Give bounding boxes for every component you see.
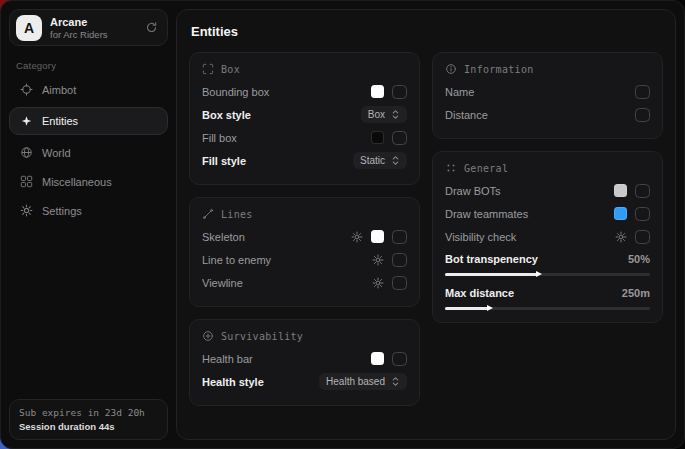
skeleton-color-swatch[interactable] [371, 230, 384, 243]
lines-section: Lines Skeleton Line to enem [189, 197, 420, 307]
visibility-check-checkbox[interactable] [635, 230, 650, 244]
section-title: Information [464, 64, 534, 75]
survivability-section-header: Survivability [202, 330, 407, 342]
slider-thumb[interactable] [536, 271, 542, 277]
brand-logo: A [16, 15, 42, 41]
line-to-enemy-checkbox[interactable] [392, 253, 407, 267]
box-corners-icon [202, 63, 214, 75]
skeleton-settings-gear-icon[interactable] [351, 231, 363, 243]
distance-label: Distance [445, 109, 635, 121]
brand-name: Arcane [50, 16, 108, 28]
dots-grid-icon [445, 162, 457, 174]
bot-transparency-slider[interactable] [445, 273, 650, 276]
refresh-icon[interactable] [145, 21, 158, 34]
bot-transparency-group: Bot transpenency 50% [445, 249, 650, 276]
box-section: Box Bounding box Box style Box [189, 52, 420, 185]
name-row: Name [445, 80, 650, 103]
viewline-checkbox[interactable] [392, 276, 407, 290]
lines-section-header: Lines [202, 208, 407, 220]
name-label: Name [445, 86, 635, 98]
unfold-icon [391, 109, 400, 120]
section-title: General [464, 163, 508, 174]
main-panel: Entities Box Bounding box [176, 9, 676, 440]
session-duration-text: Session duration 44s [19, 421, 158, 432]
max-distance-label: Max distance [445, 287, 622, 299]
section-title: Lines [221, 209, 253, 220]
bounding-box-checkbox[interactable] [392, 85, 407, 99]
skeleton-label: Skeleton [202, 231, 351, 243]
general-section-header: General [445, 162, 650, 174]
distance-checkbox[interactable] [635, 108, 650, 122]
line-to-enemy-settings-gear-icon[interactable] [372, 254, 384, 266]
category-label: Category [16, 60, 161, 71]
bot-transparency-label: Bot transpenency [445, 253, 628, 265]
sidebar-item-label: Settings [42, 205, 82, 217]
sparkle-icon [20, 115, 33, 128]
max-distance-value: 250m [622, 287, 650, 299]
line-tool-icon [202, 208, 214, 220]
bot-transparency-value: 50% [628, 253, 650, 265]
draw-teammates-color-swatch[interactable] [614, 207, 627, 220]
box-style-select[interactable]: Box [361, 106, 407, 123]
sidebar-item-world[interactable]: World [9, 139, 168, 166]
fill-box-checkbox[interactable] [392, 131, 407, 145]
skeleton-row: Skeleton [202, 225, 407, 248]
viewline-row: Viewline [202, 271, 407, 294]
sub-expiry-text: Sub expires in 23d 20h [19, 407, 158, 418]
left-column: Box Bounding box Box style Box [189, 52, 420, 418]
general-section: General Draw BOTs Draw teammates [432, 151, 663, 323]
information-section-header: Information [445, 63, 650, 75]
survivability-section: Survivability Health bar Health style He… [189, 319, 420, 406]
draw-bots-checkbox[interactable] [635, 184, 650, 198]
gear-icon [20, 204, 33, 217]
draw-bots-color-swatch[interactable] [614, 184, 627, 197]
line-to-enemy-label: Line to enemy [202, 254, 372, 266]
globe-icon [20, 146, 33, 159]
fill-style-label: Fill style [202, 155, 353, 167]
max-distance-slider[interactable] [445, 307, 650, 310]
health-style-select[interactable]: Health based [319, 373, 407, 390]
draw-teammates-checkbox[interactable] [635, 207, 650, 221]
draw-bots-label: Draw BOTs [445, 185, 614, 197]
slider-thumb[interactable] [487, 305, 493, 311]
fill-style-value: Static [360, 155, 385, 166]
health-bar-checkbox[interactable] [392, 352, 407, 366]
health-bar-label: Health bar [202, 353, 371, 365]
fill-box-color-swatch[interactable] [371, 131, 384, 144]
right-column: Information Name Distance [432, 52, 663, 335]
draw-bots-row: Draw BOTs [445, 179, 650, 202]
name-checkbox[interactable] [635, 85, 650, 99]
sidebar-nav: Aimbot Entities World Miscellaneous [9, 75, 168, 225]
box-style-label: Box style [202, 109, 361, 121]
brand-text: Arcane for Arc Riders [50, 16, 108, 40]
box-section-header: Box [202, 63, 407, 75]
fill-style-select[interactable]: Static [353, 152, 407, 169]
sidebar-item-entities[interactable]: Entities [9, 107, 168, 135]
viewline-settings-gear-icon[interactable] [372, 277, 384, 289]
section-title: Box [221, 64, 240, 75]
health-style-value: Health based [326, 376, 385, 387]
skeleton-checkbox[interactable] [392, 230, 407, 244]
sidebar-item-aimbot[interactable]: Aimbot [9, 76, 168, 103]
visibility-check-settings-gear-icon[interactable] [615, 231, 627, 243]
line-to-enemy-row: Line to enemy [202, 248, 407, 271]
health-style-row: Health style Health based [202, 370, 407, 393]
visibility-check-label: Visibility check [445, 231, 615, 243]
health-bar-color-swatch[interactable] [371, 352, 384, 365]
visibility-check-row: Visibility check [445, 225, 650, 248]
sidebar: A Arcane for Arc Riders Category Aimbot [1, 1, 176, 448]
sidebar-item-settings[interactable]: Settings [9, 197, 168, 224]
brand-subtitle: for Arc Riders [50, 29, 108, 40]
app-window: A Arcane for Arc Riders Category Aimbot [0, 0, 685, 449]
info-icon [445, 63, 457, 75]
health-bar-row: Health bar [202, 347, 407, 370]
health-style-label: Health style [202, 376, 319, 388]
sidebar-item-miscellaneous[interactable]: Miscellaneous [9, 168, 168, 195]
bounding-box-color-swatch[interactable] [371, 85, 384, 98]
viewline-label: Viewline [202, 277, 372, 289]
sidebar-item-label: Miscellaneous [42, 176, 112, 188]
unfold-icon [391, 376, 400, 387]
health-cross-icon [202, 330, 214, 342]
section-title: Survivability [221, 331, 303, 342]
distance-row: Distance [445, 103, 650, 126]
